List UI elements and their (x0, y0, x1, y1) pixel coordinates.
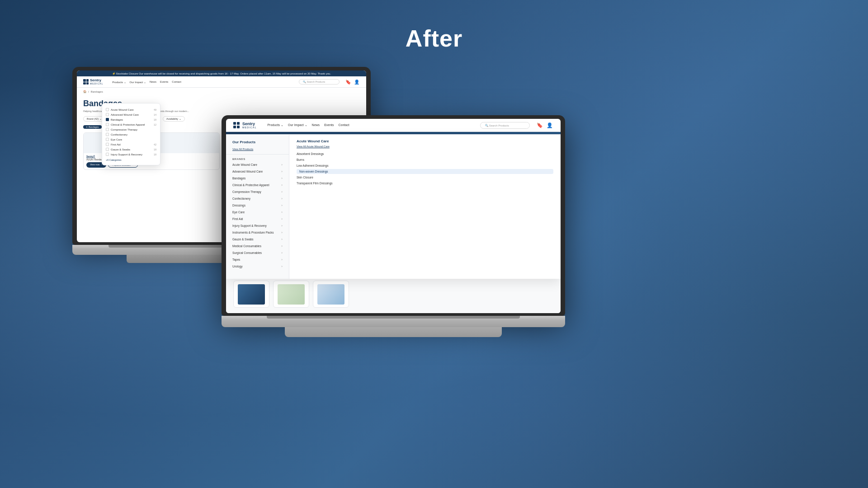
mega-cat-bandages[interactable]: Bandages › (226, 175, 289, 182)
logo-text-group: Sentry MEDICAL (90, 79, 103, 85)
dd-label-acute: Acute Wound Care (111, 108, 134, 111)
front-nav-products[interactable]: Products ⌄ (267, 123, 283, 127)
mega-cat-compression[interactable]: Compression Therapy › (226, 188, 289, 195)
dd-item-compression[interactable]: Compression Therapy (106, 127, 156, 132)
dd-check-injury[interactable] (106, 153, 109, 156)
logo-grid (83, 79, 89, 84)
bookmark-icon[interactable]: 🔖 (345, 79, 351, 85)
nav-news[interactable]: News (150, 80, 156, 84)
mega-chevron-clinical: › (281, 183, 283, 187)
mega-brands-label: Brands (226, 156, 289, 161)
home-icon[interactable]: 🏠 (83, 90, 86, 93)
mega-cat-confectionery[interactable]: Confectionery › (226, 195, 289, 202)
mega-cat-surgical[interactable]: Surgical Consumables › (226, 249, 289, 256)
dd-count-injury: 18 (154, 153, 156, 156)
dd-item-injury[interactable]: Injury Support & Recovery 18 (106, 152, 156, 157)
front-nav-search[interactable]: 🔍 Search Products (480, 122, 530, 129)
dd-check-firstaid[interactable] (106, 143, 109, 146)
dd-item-advanced[interactable]: Advanced Wound Care 14 (106, 112, 156, 117)
dd-check-eyecare[interactable] (106, 138, 109, 141)
dd-check-confectionery[interactable] (106, 133, 109, 136)
mega-chevron-confectionery: › (281, 197, 283, 201)
dd-check-bandages[interactable] (106, 118, 109, 121)
sub-skinclosure[interactable]: Skin Closure (297, 175, 553, 180)
sub-burns[interactable]: Burns (297, 157, 553, 162)
dd-item-gauze[interactable]: Gauze & Swabs 18 (106, 147, 156, 152)
thumb-img-1 (238, 284, 265, 305)
thumb-img-3 (317, 284, 344, 305)
mega-view-all[interactable]: View All Products (226, 147, 289, 155)
logo-name: Sentry (90, 79, 103, 82)
mega-chevron-acute: › (281, 163, 283, 167)
mega-cat-acute[interactable]: Acute Wound Care › (226, 161, 289, 168)
dd-item-clinical[interactable]: Clinical & Protective Apparel 12 (106, 122, 156, 127)
mega-subcats: Absorbent Dressings Burns Low Adherent D… (297, 151, 553, 186)
dd-item-acute[interactable]: Acute Wound Care 49 (106, 107, 156, 112)
mega-cat-clinical[interactable]: Clinical & Protective Apparel › (226, 182, 289, 188)
sub-transparent[interactable]: Transparent Film Dressings (297, 181, 553, 186)
nav-products[interactable]: Products ⌄ (112, 80, 126, 84)
mega-our-products: Our Products (226, 138, 289, 147)
nav-search[interactable]: 🔍 Search Products (299, 79, 340, 84)
nav-events[interactable]: Events (160, 80, 168, 84)
dd-check-acute[interactable] (106, 108, 109, 111)
mega-cat-eyecare[interactable]: Eye Care › (226, 209, 289, 216)
dd-item-confectionery[interactable]: Confectionery (106, 132, 156, 137)
user-icon[interactable]: 👤 (354, 79, 360, 85)
breadcrumb-sep: / (88, 90, 89, 93)
front-bookmark-icon[interactable]: 🔖 (536, 122, 543, 129)
mega-cat-medical[interactable]: Medical Consumables › (226, 243, 289, 249)
front-nav-events[interactable]: Events (324, 123, 334, 127)
front-laptop-bezel: Sentry MEDICAL Products ⌄ Our Impact ⌄ N… (222, 115, 565, 316)
thumb-img-2 (278, 284, 305, 305)
nav-contact[interactable]: Contact (172, 80, 181, 84)
dd-item-bandages[interactable]: Bandages 18 (106, 117, 156, 122)
tag-close[interactable]: ✕ (86, 126, 88, 128)
mega-cat-urology[interactable]: Urology › (226, 263, 289, 270)
dd-check-gauze[interactable] (106, 148, 109, 151)
mega-cat-bandages-label: Bandages (232, 177, 245, 180)
dd-more[interactable]: +6 Categories (106, 159, 156, 161)
mega-cat-firstaid[interactable]: First Aid › (226, 216, 289, 222)
dd-label-clinical: Clinical & Protective Apparel (111, 123, 145, 126)
thumb-3 (313, 281, 349, 308)
category-dropdown: Acute Wound Care 49 Advanced Wound Care … (102, 103, 160, 165)
dd-count-clinical: 12 (154, 123, 156, 126)
front-logo-sub: MEDICAL (242, 126, 256, 129)
mega-right-viewall[interactable]: View All Acute Wound Care (297, 145, 553, 148)
front-nav-impact[interactable]: Our Impact ⌄ (288, 123, 307, 127)
mega-cat-eyecare-label: Eye Care (232, 211, 245, 214)
front-laptop-stand (285, 327, 502, 337)
dd-label-eyecare: Eye Care (111, 138, 122, 141)
dd-item-eyecare[interactable]: Eye Care (106, 137, 156, 142)
mega-chevron-urology: › (281, 264, 283, 268)
page-title: After (406, 25, 462, 52)
front-nav-news[interactable]: News (312, 123, 320, 127)
front-nav-contact[interactable]: Contact (339, 123, 349, 127)
dd-check-compression[interactable] (106, 128, 109, 131)
dd-check-clinical[interactable] (106, 123, 109, 126)
mega-cat-gauze[interactable]: Gauze & Swabs › (226, 236, 289, 243)
mega-cat-dressings[interactable]: Dressings › (226, 202, 289, 209)
front-user-icon[interactable]: 👤 (546, 122, 553, 129)
nav-impact[interactable]: Our Impact ⌄ (130, 80, 146, 84)
mega-cat-injury[interactable]: Injury Support & Recovery › (226, 222, 289, 229)
thumb-1 (233, 281, 269, 308)
sub-lowadherent[interactable]: Low Adherent Dressings (297, 163, 553, 168)
mega-cat-urology-label: Urology (232, 265, 242, 268)
front-logo-text-group: Sentry MEDICAL (242, 122, 256, 129)
mega-right-title: Acute Wound Care (297, 139, 553, 143)
dd-check-advanced[interactable] (106, 113, 109, 116)
dd-label-firstaid: First Aid (111, 143, 121, 146)
mega-cat-medical-label: Medical Consumables (232, 244, 261, 248)
nav-icons: 🔖 👤 (345, 79, 360, 85)
mega-cat-tapes[interactable]: Tapes › (226, 256, 289, 263)
filter-availability[interactable]: Availability ⌄ (163, 116, 184, 122)
logo: Sentry MEDICAL (83, 79, 103, 85)
mega-cat-advanced[interactable]: Advanced Wound Care › (226, 168, 289, 175)
front-site: Sentry MEDICAL Products ⌄ Our Impact ⌄ N… (226, 119, 561, 313)
sub-absorbent[interactable]: Absorbent Dressings (297, 151, 553, 156)
dd-item-firstaid[interactable]: First Aid 42 (106, 142, 156, 147)
sub-nonwoven[interactable]: Non-woven Dressings (297, 169, 553, 174)
mega-cat-instruments[interactable]: Instruments & Procedure Packs › (226, 229, 289, 236)
